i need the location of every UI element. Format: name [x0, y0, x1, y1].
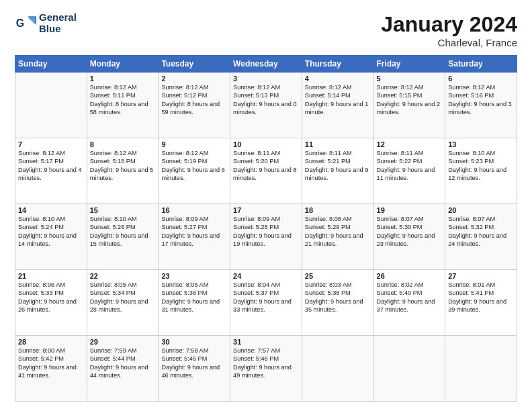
col-saturday: Saturday	[445, 56, 517, 73]
svg-text:G: G	[16, 17, 24, 29]
day-info: Sunrise: 8:06 AM Sunset: 5:33 PM Dayligh…	[18, 281, 84, 314]
page: G General Blue January 2024 Charleval, F…	[0, 0, 532, 411]
header: G General Blue January 2024 Charleval, F…	[15, 12, 517, 48]
day-info: Sunrise: 8:09 AM Sunset: 5:28 PM Dayligh…	[233, 215, 299, 248]
logo: G General Blue	[15, 12, 77, 34]
calendar-table: Sunday Monday Tuesday Wednesday Thursday…	[15, 55, 517, 402]
calendar-cell: 18Sunrise: 8:08 AM Sunset: 5:29 PM Dayli…	[302, 204, 373, 270]
day-number: 11	[305, 140, 371, 148]
day-number: 30	[161, 338, 227, 346]
day-number: 22	[90, 272, 156, 280]
day-number: 25	[305, 272, 371, 280]
day-number: 28	[18, 338, 84, 346]
calendar-cell: 2Sunrise: 8:12 AM Sunset: 5:12 PM Daylig…	[159, 73, 230, 138]
calendar-cell: 4Sunrise: 8:12 AM Sunset: 5:14 PM Daylig…	[302, 73, 373, 138]
col-wednesday: Wednesday	[230, 56, 302, 73]
col-sunday: Sunday	[15, 56, 87, 73]
calendar-cell: 27Sunrise: 8:01 AM Sunset: 5:41 PM Dayli…	[445, 270, 517, 336]
calendar-cell: 7Sunrise: 8:12 AM Sunset: 5:17 PM Daylig…	[15, 138, 87, 204]
day-info: Sunrise: 8:04 AM Sunset: 5:37 PM Dayligh…	[233, 281, 299, 314]
day-info: Sunrise: 8:12 AM Sunset: 5:13 PM Dayligh…	[233, 83, 299, 117]
calendar-cell: 29Sunrise: 7:59 AM Sunset: 5:44 PM Dayli…	[87, 336, 159, 402]
calendar-cell	[373, 336, 445, 402]
calendar-cell: 1Sunrise: 8:12 AM Sunset: 5:11 PM Daylig…	[87, 73, 159, 138]
col-thursday: Thursday	[302, 56, 373, 73]
day-info: Sunrise: 8:09 AM Sunset: 5:27 PM Dayligh…	[161, 215, 227, 248]
col-friday: Friday	[373, 56, 445, 73]
week-row-4: 21Sunrise: 8:06 AM Sunset: 5:33 PM Dayli…	[15, 270, 517, 336]
day-number: 24	[233, 272, 299, 280]
day-info: Sunrise: 7:59 AM Sunset: 5:44 PM Dayligh…	[90, 347, 156, 380]
week-row-1: 1Sunrise: 8:12 AM Sunset: 5:11 PM Daylig…	[15, 73, 517, 138]
calendar-cell: 31Sunrise: 7:57 AM Sunset: 5:46 PM Dayli…	[230, 336, 302, 402]
day-number: 5	[377, 75, 443, 83]
calendar-cell: 25Sunrise: 8:03 AM Sunset: 5:38 PM Dayli…	[302, 270, 373, 336]
week-row-2: 7Sunrise: 8:12 AM Sunset: 5:17 PM Daylig…	[15, 138, 517, 204]
day-info: Sunrise: 8:12 AM Sunset: 5:14 PM Dayligh…	[305, 83, 371, 117]
day-number: 14	[18, 206, 84, 214]
day-info: Sunrise: 8:12 AM Sunset: 5:12 PM Dayligh…	[161, 83, 227, 117]
subtitle: Charleval, France	[381, 37, 517, 48]
header-row: Sunday Monday Tuesday Wednesday Thursday…	[15, 56, 517, 73]
day-info: Sunrise: 8:07 AM Sunset: 5:30 PM Dayligh…	[377, 215, 443, 248]
logo-text: General Blue	[39, 12, 77, 34]
calendar-cell: 8Sunrise: 8:12 AM Sunset: 5:18 PM Daylig…	[87, 138, 159, 204]
calendar-cell: 11Sunrise: 8:11 AM Sunset: 5:21 PM Dayli…	[302, 138, 373, 204]
day-info: Sunrise: 8:12 AM Sunset: 5:16 PM Dayligh…	[448, 83, 514, 117]
calendar-cell: 24Sunrise: 8:04 AM Sunset: 5:37 PM Dayli…	[230, 270, 302, 336]
calendar-cell: 28Sunrise: 8:00 AM Sunset: 5:42 PM Dayli…	[15, 336, 87, 402]
day-number: 12	[377, 140, 443, 148]
day-info: Sunrise: 8:12 AM Sunset: 5:11 PM Dayligh…	[90, 83, 156, 117]
calendar-cell: 16Sunrise: 8:09 AM Sunset: 5:27 PM Dayli…	[159, 204, 230, 270]
day-info: Sunrise: 8:05 AM Sunset: 5:34 PM Dayligh…	[90, 281, 156, 314]
day-info: Sunrise: 8:12 AM Sunset: 5:15 PM Dayligh…	[377, 83, 443, 117]
day-number: 20	[448, 206, 514, 214]
day-info: Sunrise: 8:10 AM Sunset: 5:23 PM Dayligh…	[448, 149, 514, 183]
calendar-cell	[15, 73, 87, 138]
col-tuesday: Tuesday	[159, 56, 230, 73]
week-row-5: 28Sunrise: 8:00 AM Sunset: 5:42 PM Dayli…	[15, 336, 517, 402]
logo-line2: Blue	[39, 24, 77, 35]
calendar-cell: 26Sunrise: 8:02 AM Sunset: 5:40 PM Dayli…	[373, 270, 445, 336]
day-info: Sunrise: 8:11 AM Sunset: 5:22 PM Dayligh…	[377, 149, 443, 183]
day-number: 4	[305, 75, 371, 83]
calendar-cell: 22Sunrise: 8:05 AM Sunset: 5:34 PM Dayli…	[87, 270, 159, 336]
day-info: Sunrise: 8:11 AM Sunset: 5:21 PM Dayligh…	[305, 149, 371, 183]
day-info: Sunrise: 8:12 AM Sunset: 5:18 PM Dayligh…	[90, 149, 156, 183]
day-info: Sunrise: 8:11 AM Sunset: 5:20 PM Dayligh…	[233, 149, 299, 183]
day-info: Sunrise: 8:12 AM Sunset: 5:17 PM Dayligh…	[18, 149, 84, 183]
day-info: Sunrise: 8:08 AM Sunset: 5:29 PM Dayligh…	[305, 215, 371, 248]
day-number: 29	[90, 338, 156, 346]
day-info: Sunrise: 8:10 AM Sunset: 5:26 PM Dayligh…	[90, 215, 156, 248]
week-row-3: 14Sunrise: 8:10 AM Sunset: 5:24 PM Dayli…	[15, 204, 517, 270]
day-number: 2	[161, 75, 227, 83]
day-info: Sunrise: 7:58 AM Sunset: 5:45 PM Dayligh…	[161, 347, 227, 380]
day-number: 27	[448, 272, 514, 280]
day-number: 3	[233, 75, 299, 83]
day-info: Sunrise: 8:02 AM Sunset: 5:40 PM Dayligh…	[377, 281, 443, 314]
calendar-cell: 3Sunrise: 8:12 AM Sunset: 5:13 PM Daylig…	[230, 73, 302, 138]
logo-line1: General	[39, 12, 77, 24]
day-info: Sunrise: 8:05 AM Sunset: 5:36 PM Dayligh…	[161, 281, 227, 314]
day-number: 23	[161, 272, 227, 280]
day-info: Sunrise: 8:00 AM Sunset: 5:42 PM Dayligh…	[18, 347, 84, 380]
day-number: 19	[377, 206, 443, 214]
calendar-cell: 10Sunrise: 8:11 AM Sunset: 5:20 PM Dayli…	[230, 138, 302, 204]
calendar-cell: 12Sunrise: 8:11 AM Sunset: 5:22 PM Dayli…	[373, 138, 445, 204]
day-info: Sunrise: 8:07 AM Sunset: 5:32 PM Dayligh…	[448, 215, 514, 248]
day-number: 9	[161, 140, 227, 148]
calendar-cell: 20Sunrise: 8:07 AM Sunset: 5:32 PM Dayli…	[445, 204, 517, 270]
day-number: 1	[90, 75, 156, 83]
day-info: Sunrise: 8:10 AM Sunset: 5:24 PM Dayligh…	[18, 215, 84, 248]
calendar-cell: 30Sunrise: 7:58 AM Sunset: 5:45 PM Dayli…	[159, 336, 230, 402]
calendar-cell	[445, 336, 517, 402]
calendar-cell: 21Sunrise: 8:06 AM Sunset: 5:33 PM Dayli…	[15, 270, 87, 336]
day-info: Sunrise: 7:57 AM Sunset: 5:46 PM Dayligh…	[233, 347, 299, 380]
calendar-cell: 9Sunrise: 8:12 AM Sunset: 5:19 PM Daylig…	[159, 138, 230, 204]
day-number: 31	[233, 338, 299, 346]
day-info: Sunrise: 8:12 AM Sunset: 5:19 PM Dayligh…	[161, 149, 227, 183]
logo-icon: G	[15, 13, 36, 34]
calendar-cell: 6Sunrise: 8:12 AM Sunset: 5:16 PM Daylig…	[445, 73, 517, 138]
col-monday: Monday	[87, 56, 159, 73]
title-block: January 2024 Charleval, France	[381, 12, 517, 48]
